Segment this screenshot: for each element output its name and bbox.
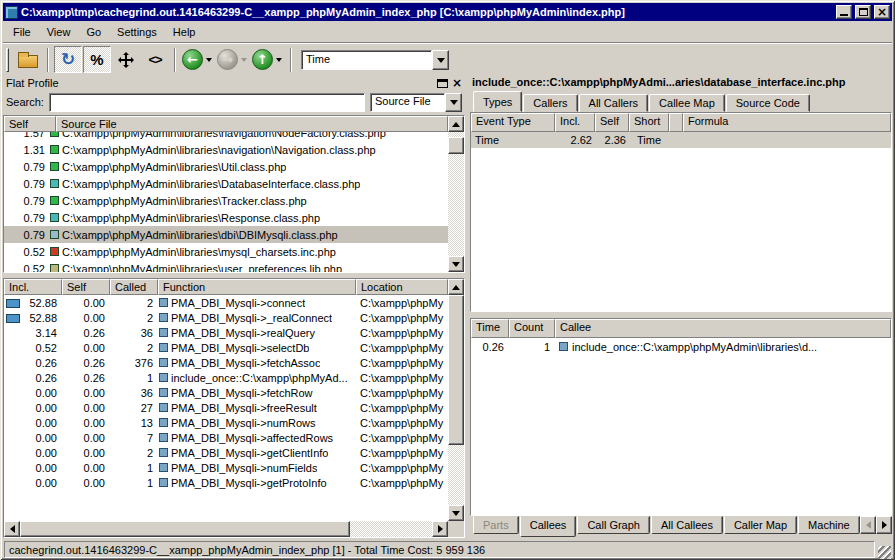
detail-tab[interactable]: Callee Map — [649, 94, 725, 112]
forward-button[interactable]: → — [217, 49, 238, 70]
toolbar-separator — [290, 48, 292, 72]
detail-tab[interactable]: Callers — [523, 94, 577, 112]
tab-scroll-left-button[interactable] — [860, 516, 876, 534]
function-row[interactable]: 0.26 0.26 1 include_once::C:\xampp\phpMy… — [4, 370, 448, 385]
bottom-tab[interactable]: Call Graph — [577, 516, 650, 534]
scroll-right-button[interactable] — [432, 521, 448, 537]
column-header-short[interactable]: Short — [629, 113, 669, 132]
function-row[interactable]: 52.88 0.00 2 PMA_DBI_Mysqli->connect C:\… — [4, 295, 448, 310]
close-dock-icon[interactable]: × — [452, 78, 462, 88]
source-file-row[interactable]: 0.79 C:\xampp\phpMyAdmin\libraries\Datab… — [4, 175, 448, 192]
column-header-function[interactable]: Function — [158, 279, 356, 295]
event-type-row[interactable]: Time 2.62 2.36 Time — [471, 132, 891, 148]
title-bar[interactable]: C:\xampp\tmp\cachegrind.out.1416463299-C… — [3, 3, 892, 21]
source-list-scrollbar[interactable] — [448, 116, 464, 272]
detail-tab[interactable]: Types — [473, 91, 522, 112]
function-table-hscrollbar[interactable] — [4, 521, 448, 537]
callee-row[interactable]: 0.26 1 include_once::C:\xampp\phpMyAdmin… — [471, 338, 891, 355]
scroll-left-button[interactable] — [4, 521, 20, 537]
function-row[interactable]: 0.00 0.00 7 PMA_DBI_Mysqli->affectedRows… — [4, 430, 448, 445]
reload-button[interactable]: ↻ — [54, 46, 82, 73]
minimize-button[interactable] — [836, 5, 852, 19]
function-row[interactable]: 52.88 0.00 2 PMA_DBI_Mysqli->_realConnec… — [4, 310, 448, 325]
bottom-tab[interactable]: Machine — [798, 516, 860, 534]
function-row[interactable]: 0.00 0.00 27 PMA_DBI_Mysqli->freeResult … — [4, 400, 448, 415]
scroll-down-button[interactable] — [448, 256, 464, 272]
column-header-source-file[interactable]: Source File — [56, 116, 448, 132]
scrollbar-thumb[interactable] — [448, 295, 464, 445]
combo-dropdown-button[interactable] — [445, 93, 462, 112]
bottom-tab[interactable]: Caller Map — [724, 516, 797, 534]
window-title: C:\xampp\tmp\cachegrind.out.1416463299-C… — [21, 6, 833, 18]
forward-dropdown[interactable] — [238, 49, 249, 70]
column-header-called[interactable]: Called — [110, 279, 158, 295]
column-header-blank[interactable] — [669, 113, 683, 132]
source-file-row[interactable]: 1.57 C:\xampp\phpMyAdmin\libraries\navig… — [4, 132, 448, 141]
scroll-down-button[interactable] — [448, 505, 464, 521]
dock-title-bar[interactable]: Flat Profile × — [3, 75, 465, 91]
menu-item[interactable]: Go — [78, 24, 109, 40]
percentage-toggle-button[interactable]: % — [83, 46, 111, 73]
source-file-row[interactable]: 0.52 C:\xampp\phpMyAdmin\libraries\mysql… — [4, 243, 448, 260]
source-file-row[interactable]: 0.79 C:\xampp\phpMyAdmin\libraries\dbi\D… — [4, 226, 448, 243]
toolbar-handle[interactable] — [6, 48, 9, 72]
function-row[interactable]: 0.52 0.00 2 PMA_DBI_Mysqli->selectDb C:\… — [4, 340, 448, 355]
combo-dropdown-button[interactable] — [432, 50, 449, 70]
function-row[interactable]: 0.00 0.00 13 PMA_DBI_Mysqli->numRows C:\… — [4, 415, 448, 430]
source-file-row[interactable]: 0.79 C:\xampp\phpMyAdmin\libraries\Util.… — [4, 158, 448, 175]
scroll-up-button[interactable] — [448, 116, 464, 132]
bottom-tab[interactable]: Parts — [473, 516, 519, 534]
back-dropdown[interactable] — [203, 49, 214, 70]
column-header-formula[interactable]: Formula — [683, 113, 891, 132]
bottom-tab[interactable]: Callees — [520, 516, 577, 537]
grouping-combobox[interactable]: Source File — [370, 93, 462, 112]
source-file-path: C:\xampp\phpMyAdmin\libraries\Util.class… — [62, 161, 286, 173]
scrollbar-thumb[interactable] — [448, 137, 464, 154]
function-row[interactable]: 0.00 0.00 1 PMA_DBI_Mysqli->numFields C:… — [4, 460, 448, 475]
menu-item[interactable]: Help — [165, 24, 204, 40]
column-header-self[interactable]: Self — [62, 279, 110, 295]
column-header-event-type[interactable]: Event Type — [471, 113, 555, 132]
up-button[interactable]: ↑ — [252, 49, 273, 70]
relative-cost-button[interactable]: <> — [141, 46, 169, 73]
source-file-row[interactable]: 1.31 C:\xampp\phpMyAdmin\libraries\navig… — [4, 141, 448, 158]
tab-scroll-right-button[interactable] — [876, 516, 892, 534]
menu-item[interactable]: Settings — [109, 24, 165, 40]
column-header-count[interactable]: Count — [509, 319, 555, 338]
menu-item[interactable]: File — [5, 24, 39, 40]
column-header-incl[interactable]: Incl. — [4, 279, 62, 295]
column-header-self[interactable]: Self — [595, 113, 629, 132]
close-button[interactable]: × — [874, 5, 890, 19]
source-file-row[interactable]: 0.52 C:\xampp\phpMyAdmin\libraries\user_… — [4, 260, 448, 272]
event-type-combobox[interactable]: Time — [301, 50, 449, 70]
float-dock-icon[interactable] — [437, 79, 448, 88]
function-table-vscrollbar[interactable] — [448, 279, 464, 521]
function-row[interactable]: 0.00 0.00 1 PMA_DBI_Mysqli->getProtoInfo… — [4, 475, 448, 490]
source-file-row[interactable]: 0.79 C:\xampp\phpMyAdmin\libraries\Respo… — [4, 209, 448, 226]
column-header-time[interactable]: Time — [471, 319, 509, 338]
column-header-callee[interactable]: Callee — [555, 319, 891, 338]
open-file-button[interactable] — [14, 46, 42, 73]
scroll-up-button[interactable] — [448, 279, 464, 295]
column-header-incl[interactable]: Incl. — [555, 113, 595, 132]
function-row[interactable]: 0.00 0.00 2 PMA_DBI_Mysqli->getClientInf… — [4, 445, 448, 460]
back-button[interactable]: ← — [182, 49, 203, 70]
up-dropdown[interactable] — [273, 49, 284, 70]
detail-tab[interactable]: All Callers — [579, 94, 649, 112]
event-types-table: Event Type Incl. Self Short Formula Time… — [470, 112, 892, 312]
column-header-location[interactable]: Location — [356, 279, 448, 295]
function-row[interactable]: 0.00 0.00 36 PMA_DBI_Mysqli->fetchRow C:… — [4, 385, 448, 400]
function-row[interactable]: 0.26 0.26 376 PMA_DBI_Mysqli->fetchAssoc… — [4, 355, 448, 370]
maximize-button[interactable] — [855, 5, 871, 19]
function-row[interactable]: 3.14 0.26 36 PMA_DBI_Mysqli->realQuery C… — [4, 325, 448, 340]
bottom-tab[interactable]: All Callees — [651, 516, 723, 534]
scrollbar-thumb[interactable] — [20, 521, 350, 537]
search-input[interactable] — [49, 93, 365, 112]
source-file-row[interactable]: 0.79 C:\xampp\phpMyAdmin\libraries\Track… — [4, 192, 448, 209]
menu-item[interactable]: View — [39, 24, 79, 40]
called-count-value: 13 — [110, 417, 158, 429]
detail-tab[interactable]: Source Code — [726, 94, 810, 112]
resize-grip-icon[interactable] — [878, 546, 891, 559]
column-header-self[interactable]: Self — [4, 116, 56, 132]
dock-layout-button[interactable] — [112, 46, 140, 73]
